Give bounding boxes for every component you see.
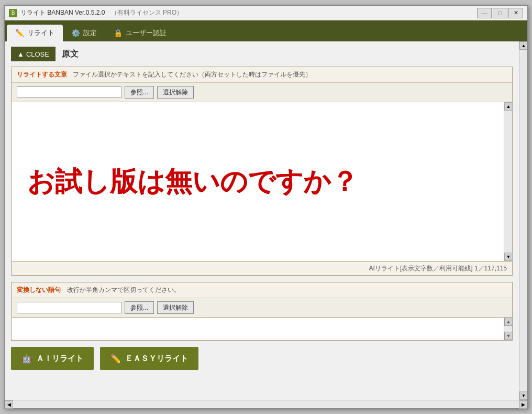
- no-convert-label: 変換しない語句: [17, 286, 61, 295]
- main-scroll-down[interactable]: ▼: [519, 391, 527, 400]
- window-close-button[interactable]: ✕: [508, 8, 523, 18]
- no-convert-textarea[interactable]: [12, 318, 504, 339]
- no-convert-textarea-container: ▲ ▼: [12, 318, 512, 340]
- rewrite-panel-header: リライトする文章 ファイル選択かテキストを記入してください（両方セットした時はフ…: [12, 67, 512, 83]
- ai-rewrite-button[interactable]: 🤖 ＡＩリライト: [11, 347, 94, 370]
- rewrite-textarea[interactable]: [12, 102, 504, 259]
- scroll-left-btn[interactable]: ◀: [5, 400, 13, 409]
- main-area: ▲ CLOSE 原文 リライトする文章 ファイル選択かテキストを記入してください…: [5, 41, 527, 400]
- file-row: 参照... 選択解除: [12, 83, 512, 102]
- browse-button[interactable]: 参照...: [125, 86, 154, 99]
- main-scrollbar[interactable]: ▲ ▼: [519, 41, 527, 400]
- textarea-scrollbar[interactable]: ▲ ▼: [504, 102, 512, 261]
- tab-bar: ✏️ リライト ⚙️ 設定 🔒 ユーザー認証: [5, 20, 527, 41]
- tab-settings[interactable]: ⚙️ 設定: [63, 25, 105, 41]
- settings-tab-icon: ⚙️: [71, 29, 80, 37]
- scroll-track: [504, 111, 512, 253]
- text-area-container: お試し版は無いのですか？ ▲ ▼: [12, 102, 512, 262]
- clear-button[interactable]: 選択解除: [157, 86, 194, 99]
- main-scroll-up[interactable]: ▲: [519, 41, 527, 50]
- rewrite-tab-label: リライト: [27, 28, 54, 38]
- rewrite-panel-label: リライトする文章: [17, 71, 67, 78]
- maximize-button[interactable]: □: [493, 8, 507, 18]
- no-convert-scroll-up[interactable]: ▲: [504, 318, 513, 326]
- ai-rewrite-icon: 🤖: [21, 354, 32, 364]
- no-convert-desc: 改行か半角カンマで区切ってください。: [67, 286, 180, 295]
- main-content: ▲ CLOSE 原文 リライトする文章 ファイル選択かテキストを記入してください…: [5, 41, 519, 400]
- title-bar-left: B リライト BANBAN Ver.0.5.2.0 （有料ライセンス PRO）: [9, 8, 183, 17]
- no-convert-browse-button[interactable]: 参照...: [125, 301, 154, 314]
- rewrite-tab-icon: ✏️: [15, 29, 24, 37]
- main-scroll-track: [519, 50, 527, 391]
- section-header: ▲ CLOSE 原文: [5, 41, 519, 67]
- status-text: AIリライト[表示文字数／利用可能残] 1／117,115: [369, 265, 507, 272]
- scroll-up-btn[interactable]: ▲: [504, 102, 513, 111]
- scroll-down-btn[interactable]: ▼: [504, 253, 513, 261]
- easy-rewrite-icon: ✏️: [110, 354, 121, 364]
- minimize-button[interactable]: —: [477, 8, 492, 18]
- app-title: リライト BANBAN Ver.0.5.2.0 （有料ライセンス PRO）: [20, 8, 183, 17]
- title-bar: B リライト BANBAN Ver.0.5.2.0 （有料ライセンス PRO） …: [5, 6, 527, 20]
- easy-rewrite-label: ＥＡＳＹリライト: [125, 354, 188, 364]
- no-convert-clear-button[interactable]: 選択解除: [157, 301, 194, 314]
- window-controls: — □ ✕: [477, 8, 523, 18]
- settings-tab-label: 設定: [83, 28, 97, 38]
- no-convert-scroll-down[interactable]: ▼: [504, 332, 513, 340]
- no-convert-panel: 変換しない語句 改行か半角カンマで区切ってください。 参照... 選択解除 ▲ …: [11, 282, 513, 341]
- close-icon: ▲: [17, 50, 24, 58]
- horizontal-scrollbar[interactable]: ◀ ▶: [5, 400, 527, 408]
- ai-rewrite-label: ＡＩリライト: [36, 354, 83, 364]
- no-convert-header: 変換しない語句 改行か半角カンマで区切ってください。: [12, 282, 512, 298]
- app-icon: B: [9, 9, 17, 17]
- main-window: B リライト BANBAN Ver.0.5.2.0 （有料ライセンス PRO） …: [4, 5, 528, 409]
- easy-rewrite-button[interactable]: ✏️ ＥＡＳＹリライト: [100, 347, 198, 370]
- auth-tab-label: ユーザー認証: [126, 28, 167, 38]
- no-convert-scrollbar[interactable]: ▲ ▼: [504, 318, 512, 340]
- action-row: 🤖 ＡＩリライト ✏️ ＥＡＳＹリライト: [5, 341, 519, 376]
- tab-user-auth[interactable]: 🔒 ユーザー認証: [105, 25, 175, 41]
- status-row: AIリライト[表示文字数／利用可能残] 1／117,115: [12, 262, 512, 275]
- close-section-button[interactable]: ▲ CLOSE: [11, 47, 56, 61]
- rewrite-panel-desc: ファイル選択かテキストを記入してください（両方セットした時はファイルを優先）: [73, 71, 312, 78]
- scroll-right-btn[interactable]: ▶: [519, 400, 527, 409]
- section-title: 原文: [62, 49, 79, 60]
- no-convert-file-row: 参照... 選択解除: [12, 298, 512, 318]
- no-convert-scroll-track: [504, 326, 512, 332]
- auth-tab-icon: 🔒: [114, 29, 123, 37]
- rewrite-panel: リライトする文章 ファイル選択かテキストを記入してください（両方セットした時はフ…: [11, 67, 513, 276]
- close-button-label: CLOSE: [26, 50, 49, 58]
- file-input[interactable]: [17, 86, 121, 98]
- no-convert-file-input[interactable]: [17, 302, 121, 313]
- tab-rewrite[interactable]: ✏️ リライト: [7, 25, 63, 41]
